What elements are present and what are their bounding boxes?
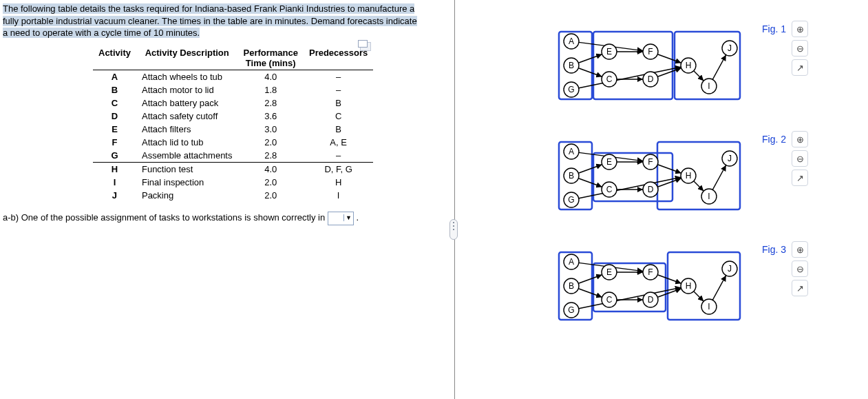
intro-line-2: fully portable industrial vacuum cleaner… [3, 16, 417, 26]
cell-activity: J [93, 189, 136, 202]
svg-text:J: J [728, 154, 732, 163]
cell-description: Final inspection [136, 176, 238, 189]
zoom-out-icon[interactable]: ⊖ [792, 150, 808, 167]
figure-1-controls: ⊕ ⊖ ↗ [792, 21, 811, 79]
open-external-icon[interactable]: ↗ [792, 59, 808, 76]
intro-line-3a: a need to operate with a cycle time of [3, 28, 154, 38]
cell-predecessors: H [304, 176, 373, 189]
table-row: DAttach safety cutoff3.6C [93, 110, 373, 123]
divider-handle[interactable] [449, 219, 458, 240]
zoom-out-icon[interactable]: ⊖ [792, 260, 808, 277]
svg-text:G: G [568, 305, 574, 315]
cell-predecessors: C [304, 110, 373, 123]
cell-time: 1.8 [237, 83, 303, 96]
cell-time: 2.0 [237, 189, 303, 202]
zoom-in-icon[interactable]: ⊕ [792, 131, 808, 147]
svg-text:H: H [686, 171, 692, 181]
cell-time: 2.0 [237, 176, 303, 189]
svg-text:C: C [606, 74, 613, 84]
figure-3: Fig. 3 ABGECFDHIJ [551, 248, 750, 338]
cell-time: 2.0 [237, 136, 303, 149]
svg-text:C: C [606, 295, 613, 305]
cell-predecessors: D, F, G [304, 162, 373, 176]
cell-description: Attach motor to lid [136, 83, 238, 96]
svg-text:B: B [569, 171, 574, 181]
svg-text:B: B [569, 61, 574, 70]
question-period: . [356, 212, 359, 223]
question-text: a-b) One of the possible assignment of t… [3, 212, 325, 223]
cell-predecessors: – [304, 149, 373, 163]
svg-text:I: I [708, 81, 710, 91]
col-predecessors: Predecessors [304, 46, 373, 70]
svg-rect-1 [593, 32, 673, 99]
svg-line-74 [657, 275, 681, 283]
cell-time: 2.8 [237, 96, 303, 110]
cell-time: 3.0 [237, 123, 303, 136]
zoom-in-icon[interactable]: ⊕ [792, 21, 808, 37]
cell-description: Attach battery pack [136, 96, 238, 110]
zoom-out-icon[interactable]: ⊖ [792, 40, 808, 57]
figure-1: Fig. 1 ABGECFDHIJ [551, 28, 750, 117]
svg-line-4 [578, 68, 602, 76]
svg-text:J: J [728, 264, 732, 274]
col-activity: Activity [93, 46, 136, 70]
task-table: Activity Activity Description Performanc… [93, 46, 373, 202]
svg-line-69 [578, 275, 602, 283]
table-row: AAttach wheels to tub4.0– [93, 70, 373, 83]
col-time: Performance Time (mins) [237, 46, 303, 70]
cell-activity: I [93, 176, 136, 189]
cell-description: Assemble attachments [136, 149, 238, 163]
cell-description: Function test [136, 162, 238, 176]
svg-text:D: D [648, 74, 654, 84]
cell-activity: A [93, 70, 136, 83]
zoom-in-icon[interactable]: ⊕ [792, 241, 808, 258]
table-row: FAttach lid to tub2.0A, E [93, 136, 373, 149]
cell-predecessors: B [304, 123, 373, 136]
open-external-icon[interactable]: ↗ [792, 280, 808, 296]
svg-text:G: G [568, 195, 574, 205]
svg-text:A: A [569, 147, 574, 156]
svg-line-36 [578, 165, 602, 173]
figure-2-label: Fig. 2 [762, 134, 786, 145]
figure-2: Fig. 2 ABGECFDHIJ [551, 138, 750, 227]
intro-cycle-time: 10 [154, 28, 163, 38]
svg-text:A: A [569, 37, 574, 46]
svg-text:H: H [686, 281, 692, 291]
cell-activity: D [93, 110, 136, 123]
cell-time: 3.6 [237, 110, 303, 123]
svg-text:D: D [648, 295, 654, 305]
cell-activity: G [93, 149, 136, 163]
open-external-icon[interactable]: ↗ [792, 170, 808, 186]
svg-text:E: E [606, 157, 612, 167]
svg-text:I: I [708, 302, 710, 311]
svg-text:F: F [648, 267, 653, 277]
popout-icon[interactable] [358, 40, 368, 48]
cell-time: 4.0 [237, 162, 303, 176]
svg-text:C: C [606, 185, 613, 194]
svg-text:H: H [686, 61, 692, 70]
svg-text:F: F [648, 157, 653, 167]
table-row: BAttach motor to lid1.8– [93, 83, 373, 96]
table-row: EAttach filters3.0B [93, 123, 373, 136]
problem-intro: The following table details the tasks re… [0, 0, 447, 41]
cell-activity: H [93, 162, 136, 176]
svg-text:J: J [728, 43, 732, 53]
answer-dropdown[interactable] [328, 212, 354, 225]
cell-predecessors: I [304, 189, 373, 202]
svg-line-11 [694, 71, 703, 81]
svg-text:G: G [568, 85, 574, 94]
svg-text:F: F [648, 47, 653, 57]
cell-description: Packing [136, 189, 238, 202]
svg-text:D: D [648, 185, 654, 194]
svg-line-70 [578, 289, 602, 297]
figure-3-controls: ⊕ ⊖ ↗ [792, 241, 811, 299]
cell-description: Attach wheels to tub [136, 70, 238, 83]
svg-line-77 [694, 291, 703, 301]
svg-line-37 [578, 178, 602, 187]
svg-line-3 [578, 54, 602, 63]
intro-line-1: The following table details the tasks re… [3, 3, 414, 14]
figure-3-label: Fig. 3 [762, 244, 786, 255]
table-row: HFunction test4.0D, F, G [93, 162, 373, 176]
svg-text:B: B [569, 281, 574, 291]
table-row: GAssemble attachments2.8– [93, 149, 373, 163]
